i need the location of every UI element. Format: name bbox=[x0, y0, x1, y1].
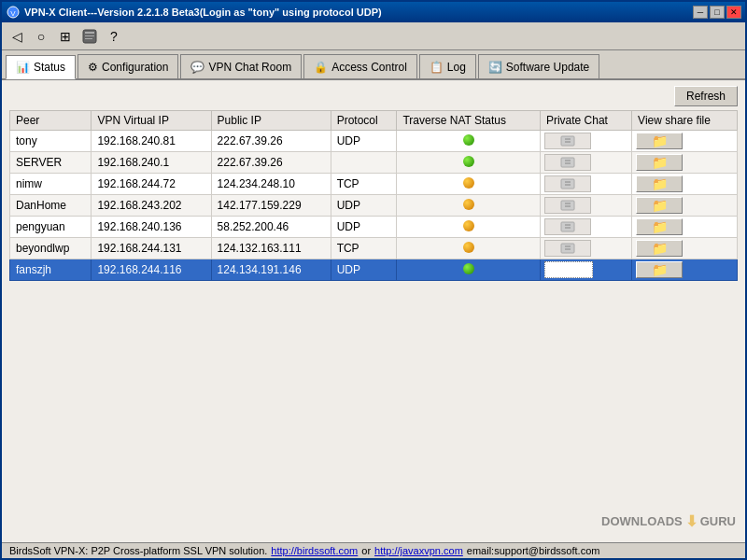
toolbar: ◁ ○ ⊞ ? bbox=[2, 22, 745, 50]
back-button[interactable]: ◁ bbox=[6, 25, 28, 48]
tab-log[interactable]: 📋 Log bbox=[419, 54, 476, 78]
cell-public-ip: 142.177.159.229 bbox=[211, 195, 331, 217]
tabs-bar: 📊 Status ⚙ Configuration 💬 VPN Chat Room… bbox=[2, 50, 745, 80]
maximize-button[interactable]: □ bbox=[710, 6, 725, 19]
config-tab-label: Configuration bbox=[102, 61, 168, 74]
minimize-button[interactable]: ─ bbox=[693, 6, 708, 19]
grid-button[interactable]: ⊞ bbox=[54, 25, 77, 48]
table-row[interactable]: pengyuan 192.168.240.136 58.252.200.46 U… bbox=[10, 217, 738, 238]
chat-input[interactable] bbox=[544, 261, 593, 278]
help-button[interactable]: ? bbox=[103, 25, 125, 48]
chat-tab-icon: 💬 bbox=[190, 61, 204, 74]
cell-protocol bbox=[331, 152, 397, 174]
cell-protocol: UDP bbox=[331, 259, 397, 281]
svg-rect-3 bbox=[85, 32, 94, 34]
cell-peer: pengyuan bbox=[10, 217, 92, 238]
app-icon: V bbox=[6, 5, 21, 20]
title-bar-left: V VPN-X Client---Version 2.2.1.8 Beta3(L… bbox=[6, 5, 382, 20]
view-share-button[interactable]: 📁 bbox=[636, 261, 683, 278]
tab-chat[interactable]: 💬 VPN Chat Room bbox=[180, 54, 302, 78]
cell-nat-status bbox=[397, 217, 540, 238]
info-button[interactable] bbox=[78, 25, 101, 48]
cell-peer: fanszjh bbox=[10, 259, 92, 281]
config-tab-icon: ⚙ bbox=[88, 61, 98, 74]
cell-nat-status bbox=[397, 259, 540, 281]
update-tab-icon: 🔄 bbox=[488, 61, 502, 74]
svg-rect-6 bbox=[561, 136, 574, 146]
svg-rect-21 bbox=[561, 244, 574, 253]
status-email: email:support@birdssoft.com bbox=[467, 545, 600, 556]
table-row[interactable]: DanHome 192.168.243.202 142.177.159.229 … bbox=[10, 195, 738, 217]
cell-peer: nimw bbox=[10, 174, 92, 195]
col-peer: Peer bbox=[10, 111, 92, 131]
cell-vpn-ip: 192.168.240.81 bbox=[92, 131, 211, 152]
status-link1[interactable]: http://birdssoft.com bbox=[271, 545, 358, 556]
status-indicator bbox=[463, 220, 474, 231]
empty-area bbox=[9, 281, 738, 537]
cell-vpn-ip: 192.168.244.116 bbox=[92, 259, 211, 281]
chat-tab-label: VPN Chat Room bbox=[208, 61, 291, 74]
status-indicator bbox=[463, 156, 474, 167]
table-row[interactable]: SERVER 192.168.240.1 222.67.39.26 📁 bbox=[10, 152, 738, 174]
cell-nat-status bbox=[397, 131, 540, 152]
refresh-bar: Refresh bbox=[9, 86, 738, 106]
cell-protocol: UDP bbox=[331, 217, 397, 238]
view-share-button[interactable]: 📁 bbox=[636, 197, 683, 214]
table-row[interactable]: tony 192.168.240.81 222.67.39.26 UDP 📁 bbox=[10, 131, 738, 152]
access-tab-label: Access Control bbox=[331, 61, 407, 74]
view-share-button[interactable]: 📁 bbox=[636, 218, 683, 235]
table-row[interactable]: fanszjh 192.168.244.116 124.134.191.146 … bbox=[10, 259, 738, 281]
tab-access[interactable]: 🔒 Access Control bbox=[303, 54, 417, 78]
cell-public-ip: 222.67.39.26 bbox=[211, 152, 331, 174]
tab-update[interactable]: 🔄 Software Update bbox=[478, 54, 599, 78]
cell-peer: DanHome bbox=[10, 195, 92, 217]
cell-public-ip: 124.234.248.10 bbox=[211, 174, 331, 195]
view-share-button[interactable]: 📁 bbox=[636, 154, 683, 171]
cell-public-ip: 58.252.200.46 bbox=[211, 217, 331, 238]
refresh-button[interactable]: Refresh bbox=[674, 86, 738, 106]
view-share-button[interactable]: 📁 bbox=[636, 240, 683, 257]
tab-configuration[interactable]: ⚙ Configuration bbox=[78, 54, 178, 78]
cell-view-share: 📁 bbox=[632, 195, 738, 217]
forward-button[interactable]: ○ bbox=[30, 25, 52, 48]
cell-vpn-ip: 192.168.244.131 bbox=[92, 238, 211, 259]
close-button[interactable]: ✕ bbox=[726, 6, 741, 19]
tab-status[interactable]: 📊 Status bbox=[6, 55, 76, 79]
status-link2[interactable]: http://javaxvpn.com bbox=[374, 545, 463, 556]
cell-nat-status bbox=[397, 152, 540, 174]
cell-protocol: UDP bbox=[331, 195, 397, 217]
chat-button-disabled bbox=[544, 154, 591, 171]
cell-private-chat bbox=[540, 217, 631, 238]
cell-nat-status bbox=[397, 174, 540, 195]
svg-rect-18 bbox=[561, 222, 574, 231]
svg-rect-4 bbox=[85, 35, 94, 36]
table-row[interactable]: nimw 192.168.244.72 124.234.248.10 TCP 📁 bbox=[10, 174, 738, 195]
title-text: VPN-X Client---Version 2.2.1.8 Beta3(Log… bbox=[24, 7, 382, 18]
status-tab-icon: 📊 bbox=[16, 61, 30, 74]
view-share-button[interactable]: 📁 bbox=[636, 175, 683, 192]
col-public-ip: Public IP bbox=[211, 111, 331, 131]
cell-view-share: 📁 bbox=[632, 259, 738, 281]
cell-view-share: 📁 bbox=[632, 238, 738, 259]
col-vpn-ip: VPN Virtual IP bbox=[92, 111, 211, 131]
cell-protocol: UDP bbox=[331, 131, 397, 152]
table-header-row: Peer VPN Virtual IP Public IP Protocol T… bbox=[10, 111, 738, 131]
status-indicator bbox=[463, 263, 474, 274]
title-bar: V VPN-X Client---Version 2.2.1.8 Beta3(L… bbox=[2, 2, 745, 22]
cell-peer: tony bbox=[10, 131, 92, 152]
col-nat-status: Traverse NAT Status bbox=[397, 111, 540, 131]
chat-button-disabled bbox=[544, 175, 591, 192]
cell-private-chat bbox=[540, 174, 631, 195]
chat-button-disabled bbox=[544, 133, 591, 149]
app-window: V VPN-X Client---Version 2.2.1.8 Beta3(L… bbox=[0, 0, 747, 560]
cell-view-share: 📁 bbox=[632, 217, 738, 238]
status-or: or bbox=[361, 545, 371, 556]
table-row[interactable]: beyondlwp 192.168.244.131 124.132.163.11… bbox=[10, 238, 738, 259]
cell-view-share: 📁 bbox=[632, 131, 738, 152]
view-share-button[interactable]: 📁 bbox=[636, 133, 683, 149]
chat-button-disabled bbox=[544, 197, 591, 214]
cell-peer: SERVER bbox=[10, 152, 92, 174]
col-view-share: View share file bbox=[632, 111, 738, 131]
status-indicator bbox=[463, 177, 474, 189]
cell-view-share: 📁 bbox=[632, 152, 738, 174]
